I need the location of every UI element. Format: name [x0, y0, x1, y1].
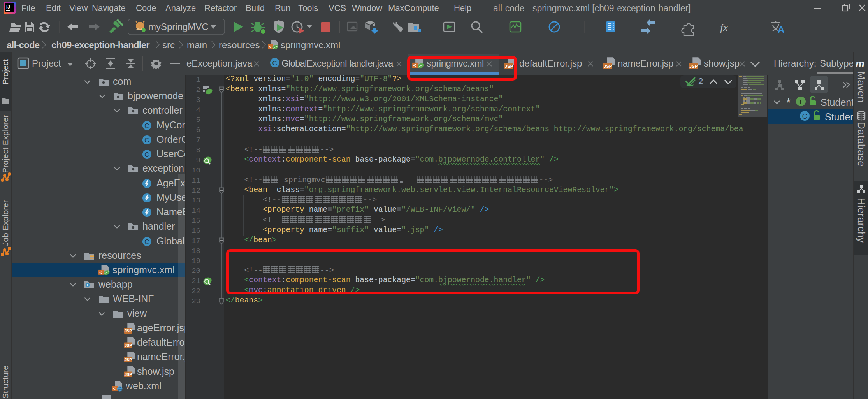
svg-text:JSP: JSP: [125, 343, 132, 348]
svg-text:C: C: [802, 112, 807, 120]
svg-text:JSP: JSP: [125, 329, 132, 333]
svg-text:C: C: [272, 60, 277, 67]
svg-text:fx: fx: [720, 21, 728, 33]
svg-text:A: A: [778, 24, 784, 35]
svg-text:JSP: JSP: [604, 64, 612, 69]
svg-text:<: <: [113, 387, 116, 391]
svg-text:C: C: [144, 122, 149, 129]
svg-text:JSP: JSP: [125, 373, 132, 377]
svg-text:C: C: [144, 238, 149, 245]
svg-text:I: I: [799, 98, 802, 105]
svg-text:<: <: [99, 270, 102, 276]
svg-text:C: C: [144, 151, 149, 158]
svg-text:C: C: [144, 137, 149, 144]
svg-text:<: <: [269, 45, 271, 49]
svg-text:IJ: IJ: [6, 4, 10, 10]
svg-text:JSP: JSP: [689, 64, 698, 69]
svg-text:mySpringMVC: mySpringMVC: [148, 21, 209, 32]
svg-text:JSP: JSP: [125, 358, 132, 362]
